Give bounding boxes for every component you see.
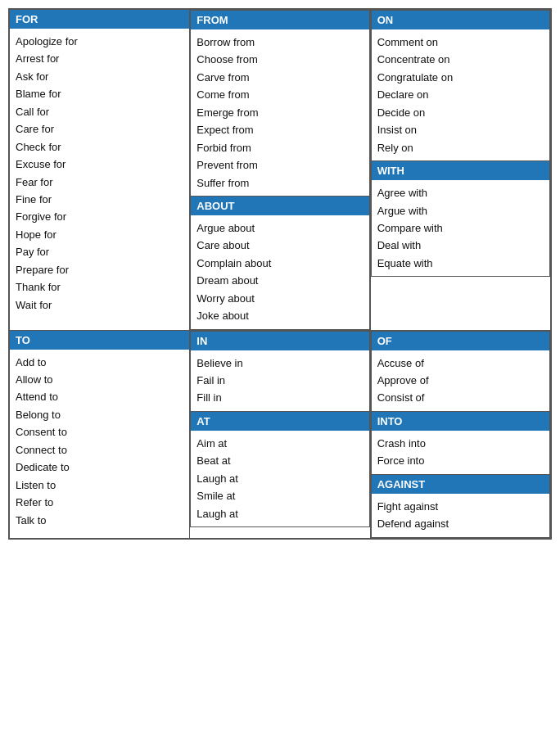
list-item: Compare with [377, 219, 544, 237]
about-content: Argue aboutCare aboutComplain aboutDream… [191, 215, 368, 329]
list-item: Excuse for [16, 156, 183, 173]
list-item: Allow to [16, 371, 183, 388]
list-item: Forgive for [16, 208, 183, 225]
list-item: Aim at [196, 435, 363, 452]
from-content: Borrow fromChoose fromCarve fromCome fro… [191, 29, 368, 196]
into-content: Crash intoForce into [372, 431, 549, 474]
list-item: Suffer from [196, 174, 363, 192]
list-item: Dedicate to [16, 459, 183, 476]
against-content: Fight againstDefend against [372, 494, 549, 537]
into-header: INTO [372, 412, 549, 431]
with-content: Agree withArgue withCompare withDeal wit… [372, 180, 549, 276]
list-item: Refer to [16, 494, 183, 511]
list-item: Ask for [16, 68, 183, 85]
list-item: Consent to [16, 423, 183, 441]
list-item: Borrow from [196, 34, 363, 51]
list-item: Arrest for [16, 50, 183, 67]
list-item: Force into [377, 452, 544, 469]
list-item: Connect to [16, 441, 183, 459]
list-item: Dream about [196, 272, 363, 289]
list-item: Fight against [377, 498, 544, 515]
list-item: Insist on [377, 121, 544, 138]
list-item: Blame for [16, 85, 183, 102]
of-header: OF [372, 332, 549, 350]
on-header: ON [372, 11, 549, 29]
list-item: Concentrate on [377, 51, 544, 68]
list-item: Attend to [16, 388, 183, 405]
list-item: Prevent from [196, 156, 363, 174]
list-item: Deal with [377, 237, 544, 254]
list-item: Consist of [377, 389, 544, 406]
list-item: Accuse of [377, 355, 544, 372]
list-item: Defend against [377, 515, 544, 532]
list-item: Apologize for [16, 33, 183, 50]
list-item: Decide on [377, 104, 544, 121]
about-header: ABOUT [191, 197, 368, 215]
list-item: Agree with [377, 184, 544, 201]
list-item: Come from [196, 86, 363, 103]
list-item: Fine for [16, 191, 183, 208]
list-item: Fill in [196, 389, 363, 406]
list-item: Worry about [196, 290, 363, 307]
list-item: Comment on [377, 34, 544, 51]
list-item: Expect from [196, 121, 363, 138]
list-item: Care about [196, 237, 363, 254]
in-content: Believe inFail inFill in [191, 350, 368, 411]
list-item: Laugh at [196, 505, 363, 522]
list-item: Check for [16, 138, 183, 156]
list-item: Talk to [16, 512, 183, 529]
list-item: Smile at [196, 487, 363, 504]
list-item: Call for [16, 103, 183, 120]
list-item: Fail in [196, 372, 363, 389]
list-item: Equate with [377, 255, 544, 272]
list-item: Hope for [16, 226, 183, 243]
list-item: Argue with [377, 202, 544, 219]
list-item: Complain about [196, 255, 363, 272]
list-item: Fear for [16, 174, 183, 191]
list-item: Care for [16, 120, 183, 138]
at-header: AT [191, 412, 368, 431]
list-item: Prepare for [16, 261, 183, 278]
for-content: Apologize forArrest forAsk forBlame forC… [10, 29, 189, 318]
on-content: Comment onConcentrate onCongratulate onD… [372, 29, 549, 160]
for-header: FOR [10, 10, 189, 29]
list-item: Listen to [16, 477, 183, 494]
list-item: Thank for [16, 278, 183, 296]
list-item: Joke about [196, 307, 363, 324]
list-item: Congratulate on [377, 69, 544, 86]
list-item: Laugh at [196, 470, 363, 487]
list-item: Carve from [196, 69, 363, 86]
list-item: Belong to [16, 406, 183, 423]
with-header: WITH [372, 161, 549, 180]
list-item: Beat at [196, 452, 363, 469]
list-item: Declare on [377, 86, 544, 103]
list-item: Add to [16, 354, 183, 371]
to-header: TO [10, 331, 189, 350]
from-header: FROM [191, 11, 368, 29]
to-content: Add toAllow toAttend toBelong toConsent … [10, 350, 189, 533]
list-item: Crash into [377, 435, 544, 452]
of-content: Accuse ofApprove ofConsist of [372, 350, 549, 411]
at-content: Aim atBeat atLaugh atSmile atLaugh at [191, 431, 368, 526]
list-item: Rely on [377, 139, 544, 156]
list-item: Emerge from [196, 104, 363, 121]
list-item: Pay for [16, 243, 183, 260]
list-item: Argue about [196, 219, 363, 237]
prepositions-table: FOR Apologize forArrest forAsk forBlame … [8, 8, 552, 540]
list-item: Forbid from [196, 139, 363, 156]
list-item: Wait for [16, 296, 183, 314]
list-item: Approve of [377, 372, 544, 389]
against-header: AGAINST [372, 475, 549, 494]
list-item: Choose from [196, 51, 363, 68]
list-item: Believe in [196, 355, 363, 372]
in-header: IN [191, 332, 368, 350]
